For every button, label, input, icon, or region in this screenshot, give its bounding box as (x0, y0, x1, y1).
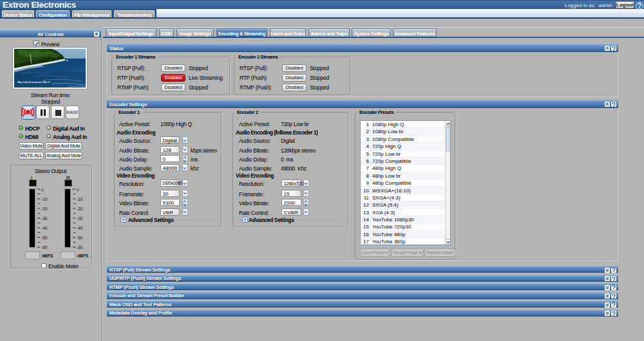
svg-text:-30: -30 (41, 216, 48, 221)
svg-text:-30: -30 (77, 216, 83, 221)
svg-text:-60: -60 (41, 245, 48, 250)
svg-text:-50: -50 (41, 235, 48, 240)
svg-text:-10: -10 (77, 197, 83, 201)
svg-text:Big Island towards Hilo 2: Big Island towards Hilo 2 (18, 80, 50, 84)
svg-text:-10: -10 (41, 197, 48, 201)
svg-text:-20: -20 (41, 207, 48, 211)
svg-text:-60: -60 (77, 245, 83, 250)
svg-text:-40: -40 (41, 226, 48, 230)
svg-text:0: 0 (77, 189, 79, 192)
svg-text:0: 0 (41, 189, 44, 192)
svg-text:-40: -40 (77, 226, 83, 230)
svg-text:-20: -20 (77, 207, 83, 211)
svg-text:-50: -50 (77, 235, 83, 240)
